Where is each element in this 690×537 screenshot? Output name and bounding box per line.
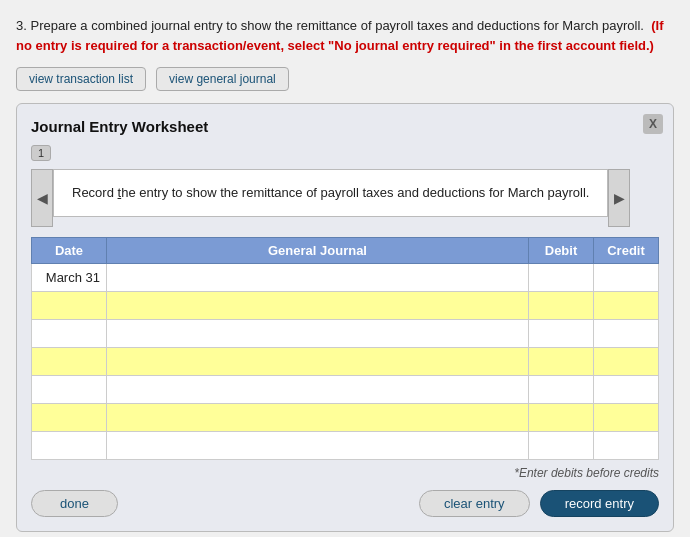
date-cell xyxy=(32,320,107,348)
clear-entry-button[interactable]: clear entry xyxy=(419,490,530,517)
table-row xyxy=(32,348,659,376)
table-row: March 31 xyxy=(32,264,659,292)
table-row xyxy=(32,320,659,348)
view-transaction-list-button[interactable]: view transaction list xyxy=(16,67,146,91)
debit-cell[interactable] xyxy=(529,376,594,404)
date-cell xyxy=(32,292,107,320)
date-cell xyxy=(32,348,107,376)
debit-cell[interactable] xyxy=(529,432,594,460)
top-buttons-container: view transaction list view general journ… xyxy=(16,67,674,91)
journal-cell[interactable] xyxy=(107,376,529,404)
credit-cell[interactable] xyxy=(594,320,659,348)
journal-cell[interactable] xyxy=(107,264,529,292)
instruction-container: ◀ Record the entry to show the remittanc… xyxy=(31,169,659,227)
credit-cell[interactable] xyxy=(594,432,659,460)
debit-cell[interactable] xyxy=(529,348,594,376)
credit-cell[interactable] xyxy=(594,404,659,432)
table-row xyxy=(32,404,659,432)
journal-table: Date General Journal Debit Credit March … xyxy=(31,237,659,460)
credit-cell[interactable] xyxy=(594,348,659,376)
prev-arrow-button[interactable]: ◀ xyxy=(31,169,53,227)
credit-cell[interactable] xyxy=(594,292,659,320)
debit-cell[interactable] xyxy=(529,264,594,292)
credit-header: Credit xyxy=(594,238,659,264)
journal-cell[interactable] xyxy=(107,292,529,320)
journal-entry-worksheet: Journal Entry Worksheet X 1 ◀ Record the… xyxy=(16,103,674,532)
credit-cell[interactable] xyxy=(594,264,659,292)
debit-note: *Enter debits before credits xyxy=(31,466,659,480)
instruction-text: Record the entry to show the remittance … xyxy=(64,184,597,202)
journal-cell[interactable] xyxy=(107,320,529,348)
next-arrow-button[interactable]: ▶ xyxy=(608,169,630,227)
entry-number-badge: 1 xyxy=(31,145,51,161)
table-row xyxy=(32,292,659,320)
date-cell: March 31 xyxy=(32,264,107,292)
table-row xyxy=(32,432,659,460)
journal-cell[interactable] xyxy=(107,432,529,460)
done-button[interactable]: done xyxy=(31,490,118,517)
question-main-text: Prepare a combined journal entry to show… xyxy=(30,18,644,33)
journal-cell[interactable] xyxy=(107,348,529,376)
question-block: 3. Prepare a combined journal entry to s… xyxy=(16,16,674,55)
journal-cell[interactable] xyxy=(107,404,529,432)
date-header: Date xyxy=(32,238,107,264)
date-cell xyxy=(32,376,107,404)
question-number: 3. xyxy=(16,18,27,33)
bottom-buttons: done clear entry record entry xyxy=(31,490,659,517)
date-cell xyxy=(32,404,107,432)
worksheet-title: Journal Entry Worksheet xyxy=(31,118,659,135)
debit-header: Debit xyxy=(529,238,594,264)
debit-cell[interactable] xyxy=(529,292,594,320)
general-journal-header: General Journal xyxy=(107,238,529,264)
view-general-journal-button[interactable]: view general journal xyxy=(156,67,289,91)
instruction-box: Record the entry to show the remittance … xyxy=(53,169,608,217)
record-entry-button[interactable]: record entry xyxy=(540,490,659,517)
debit-cell[interactable] xyxy=(529,320,594,348)
entry-nav: 1 xyxy=(31,145,659,161)
table-row xyxy=(32,376,659,404)
close-button[interactable]: X xyxy=(643,114,663,134)
date-cell xyxy=(32,432,107,460)
credit-cell[interactable] xyxy=(594,376,659,404)
right-buttons: clear entry record entry xyxy=(419,490,659,517)
debit-cell[interactable] xyxy=(529,404,594,432)
